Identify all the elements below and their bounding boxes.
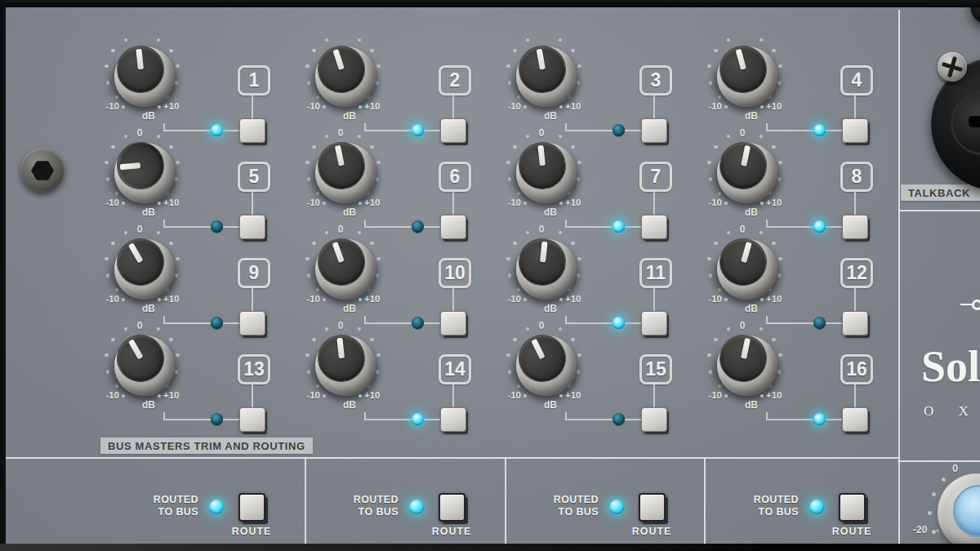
routed-to-bus-led xyxy=(809,500,824,514)
routed-to-bus-led xyxy=(409,500,424,514)
routed-to-bus-led xyxy=(609,500,624,514)
console-panel: -10dB+101-10dB+102-10dB+103-10dB+1040-10… xyxy=(0,0,980,551)
route-button-label: ROUTE xyxy=(411,526,492,538)
route-button-label: ROUTE xyxy=(611,526,693,538)
route-button-label: ROUTE xyxy=(211,526,292,538)
routed-to-bus-led xyxy=(209,500,224,514)
panel-bottom-edge xyxy=(0,544,980,551)
right-knob-tick xyxy=(936,529,939,532)
right-knob-tick xyxy=(928,511,932,515)
route-sections: ROUTEDTO BUSROUTEROUTEDTO BUSROUTEROUTED… xyxy=(0,0,980,551)
route-button[interactable] xyxy=(238,493,265,522)
route-button[interactable] xyxy=(839,493,866,522)
right-knob-zero-label: 0 xyxy=(952,462,958,474)
routed-to-bus-label: ROUTEDTO BUS xyxy=(321,494,399,518)
brand-logo-text: Sol xyxy=(921,341,980,392)
right-knob-tick xyxy=(932,492,936,496)
right-knob-tick xyxy=(942,478,946,482)
xlr-latch-slot xyxy=(969,116,980,127)
routed-to-bus-label: ROUTEDTO BUS xyxy=(721,494,799,518)
route-button-label: ROUTE xyxy=(811,526,893,538)
route-button[interactable] xyxy=(439,493,466,522)
talkback-mic-ring-icon xyxy=(972,300,980,310)
panel-top-edge xyxy=(0,0,980,7)
panel-left-edge xyxy=(0,0,6,551)
routed-to-bus-label: ROUTEDTO BUS xyxy=(121,494,198,518)
routed-to-bus-label: ROUTEDTO BUS xyxy=(521,494,599,518)
route-button[interactable] xyxy=(639,493,666,522)
talkback-tag: TALKBACK xyxy=(901,184,980,201)
brand-sub-text: O X xyxy=(924,403,979,420)
philips-screw xyxy=(938,52,967,82)
right-knob-min-label: -20 xyxy=(913,524,927,535)
